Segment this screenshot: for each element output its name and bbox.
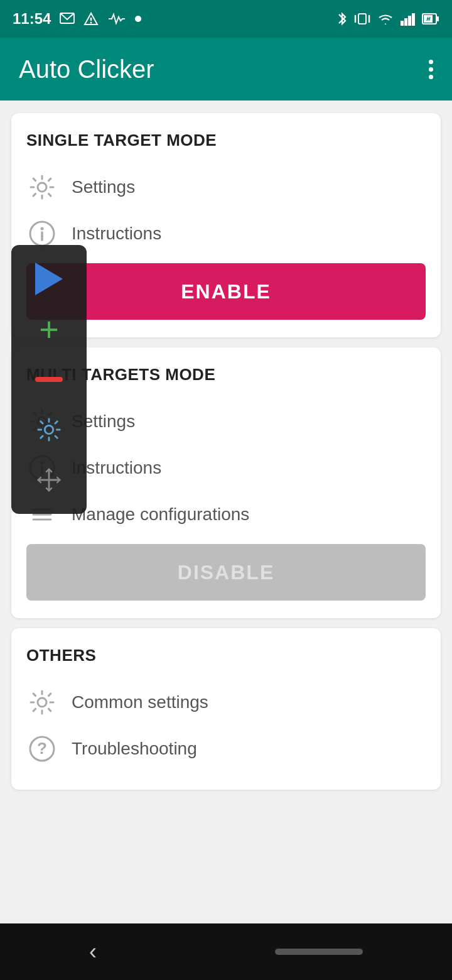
signal-icon	[401, 12, 416, 26]
svg-point-20	[41, 227, 44, 231]
toolbar-play-button[interactable]	[11, 254, 87, 304]
more-options-button[interactable]	[429, 60, 433, 79]
vibrate-icon	[354, 11, 370, 27]
toolbar-settings-icon	[36, 416, 62, 443]
app-bar: Auto Clicker	[0, 38, 452, 101]
single-settings-item[interactable]: Settings	[26, 164, 426, 210]
wifi-icon	[377, 12, 394, 26]
svg-point-3	[90, 22, 92, 24]
common-settings-gear-icon	[26, 687, 58, 718]
troubleshooting-item[interactable]: ? Troubleshooting	[26, 726, 426, 772]
status-bar: 11:54	[0, 0, 452, 38]
app-title: Auto Clicker	[19, 55, 154, 84]
single-target-title: SINGLE TARGET MODE	[26, 131, 426, 150]
disable-button[interactable]: DISABLE	[26, 544, 426, 601]
bluetooth-icon	[336, 11, 348, 27]
help-icon: ?	[26, 733, 58, 765]
status-time: 11:54	[13, 10, 51, 28]
toolbar-settings-button[interactable]	[11, 405, 87, 455]
toolbar-add-button[interactable]: +	[11, 304, 87, 354]
common-settings-item[interactable]: Common settings	[26, 679, 426, 726]
battery-icon	[422, 12, 439, 26]
single-settings-gear-icon	[26, 172, 58, 203]
move-icon	[36, 467, 62, 493]
svg-rect-10	[412, 13, 415, 26]
back-button[interactable]: ‹	[89, 939, 97, 965]
toolbar-remove-button[interactable]	[11, 354, 87, 405]
warning-icon	[83, 12, 99, 26]
manage-configs-label: Manage configurations	[72, 504, 249, 525]
common-settings-label: Common settings	[72, 692, 208, 712]
svg-rect-7	[401, 21, 404, 26]
svg-point-31	[45, 425, 53, 433]
single-instructions-label: Instructions	[72, 224, 161, 244]
bottom-nav: ‹	[0, 923, 452, 980]
plus-icon: +	[39, 312, 59, 346]
bullet-icon	[135, 16, 141, 22]
others-title: OTHERS	[26, 646, 426, 665]
minus-icon	[35, 377, 63, 382]
svg-rect-4	[358, 14, 366, 24]
play-icon	[35, 263, 63, 295]
toolbar-move-button[interactable]	[11, 455, 87, 505]
svg-rect-8	[404, 18, 407, 26]
svg-point-28	[38, 698, 46, 707]
home-indicator[interactable]	[275, 949, 363, 955]
svg-text:?: ?	[37, 739, 47, 758]
svg-rect-9	[408, 16, 411, 26]
single-settings-label: Settings	[72, 177, 135, 197]
status-right-icons	[336, 11, 439, 27]
activity-icon	[107, 12, 126, 26]
floating-toolbar: +	[11, 245, 87, 514]
troubleshooting-label: Troubleshooting	[72, 739, 197, 759]
svg-point-17	[38, 183, 46, 192]
svg-rect-13	[437, 16, 439, 21]
others-card: OTHERS Common settings ? Troubleshooting	[11, 628, 441, 790]
message-icon	[60, 13, 75, 25]
